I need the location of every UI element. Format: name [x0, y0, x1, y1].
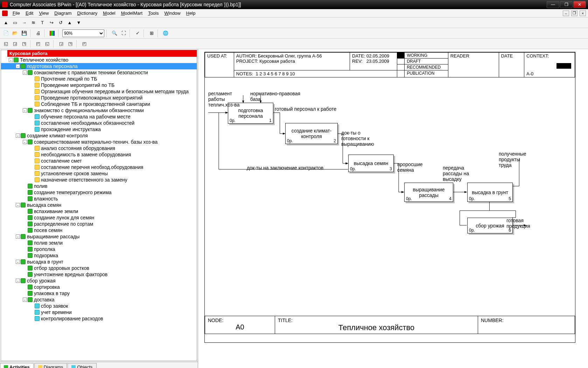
- tree-toggle-icon[interactable]: -: [16, 279, 20, 283]
- menu-file[interactable]: File: [10, 10, 23, 16]
- tree-toggle-icon[interactable]: -: [16, 134, 20, 138]
- menu-modelmart[interactable]: ModelMart: [118, 10, 145, 16]
- zoom-in-button[interactable]: 🔍: [111, 29, 118, 37]
- tab-activities[interactable]: Activities: [0, 363, 34, 368]
- zoom-fit-button[interactable]: ⛶: [120, 29, 127, 37]
- tree-item[interactable]: составление смет: [1, 158, 197, 164]
- mdi-minimize-button[interactable]: –: [563, 11, 569, 16]
- arrow-tool-button[interactable]: →: [20, 19, 28, 27]
- tree-toggle-icon[interactable]: -: [23, 140, 27, 144]
- globe-button[interactable]: 🌐: [162, 29, 169, 37]
- down-triangle-button[interactable]: ▼: [75, 19, 83, 27]
- tree-item[interactable]: сбор заявок: [1, 303, 197, 309]
- tree-item[interactable]: Соблюдение ТБ и производственной санитар…: [1, 101, 197, 107]
- tree-toggle-icon[interactable]: -: [23, 70, 27, 75]
- squiggle-tool-button[interactable]: ↪: [48, 19, 55, 27]
- activity-box-4[interactable]: выращивание рассады0р.4: [404, 183, 453, 202]
- tree-item[interactable]: необходимость в замене оборудования: [1, 151, 197, 158]
- minimize-button[interactable]: —: [547, 1, 559, 8]
- pointer-tool-button[interactable]: ▲: [2, 19, 10, 27]
- tree-item[interactable]: -высадка семян: [1, 202, 197, 208]
- tree-item[interactable]: отбор здоровых ростков: [1, 265, 197, 271]
- tunnel-tool-button[interactable]: ≋: [29, 19, 37, 27]
- tree-item[interactable]: -знакомство с функциональными обязанност…: [1, 107, 197, 114]
- tree-item[interactable]: создание лунок для семян: [1, 214, 197, 221]
- color-button[interactable]: [48, 29, 56, 37]
- close-button[interactable]: ✕: [573, 1, 586, 8]
- tree-toggle-icon[interactable]: -: [16, 203, 20, 207]
- tree-item[interactable]: Проведение противопожарных мероприятий: [1, 95, 197, 101]
- open-file-button[interactable]: 📂: [11, 29, 19, 37]
- menu-edit[interactable]: Edit: [23, 10, 36, 16]
- tree-toggle-icon[interactable]: -: [16, 64, 20, 68]
- tree-toggle-icon[interactable]: -: [23, 298, 27, 302]
- tree-item[interactable]: составление перечня необход.оборудования: [1, 164, 197, 170]
- tree-item[interactable]: прохождение инструктажа: [1, 126, 197, 132]
- tree-item[interactable]: -ознакомление с правилами техники безопа…: [1, 69, 197, 76]
- new-file-button[interactable]: 📄: [2, 29, 10, 37]
- activity-box-6[interactable]: сбор урожая0р.6: [467, 218, 513, 233]
- activity-box-3[interactable]: высадка семян0р.3: [348, 155, 394, 172]
- mm-btn-5[interactable]: ◱: [43, 40, 51, 48]
- tree-item[interactable]: -выращивание рассады: [1, 233, 197, 240]
- mdi-close-button[interactable]: ×: [580, 11, 586, 16]
- tree-item[interactable]: назначение ответственного за замену: [1, 177, 197, 183]
- tree-item[interactable]: Проведение мероприятий по ТБ: [1, 82, 197, 88]
- tree-item[interactable]: анализ состояния оборудования: [1, 145, 197, 151]
- tree-item[interactable]: учет времени: [1, 309, 197, 315]
- tree-item[interactable]: -доставка: [1, 297, 197, 303]
- mm-btn-2[interactable]: ◲: [11, 40, 19, 48]
- tree-item[interactable]: -сбор урожая: [1, 278, 197, 284]
- menu-tools[interactable]: Tools: [145, 10, 161, 16]
- redo-arrow-button[interactable]: ↺: [57, 19, 64, 27]
- mdi-restore-button[interactable]: ❐: [571, 11, 578, 16]
- tree-item[interactable]: распределение по сортам: [1, 221, 197, 227]
- diagram-body[interactable]: подготовка персонала0р.1создание климат-…: [205, 77, 575, 316]
- tree-item[interactable]: посев семян: [1, 227, 197, 233]
- mm-btn-7[interactable]: ◳: [66, 40, 74, 48]
- tree-item[interactable]: упаковка в тару: [1, 290, 197, 297]
- menu-window[interactable]: Window: [161, 10, 183, 16]
- hierarchy-button[interactable]: ⊞: [148, 29, 155, 37]
- tree-toggle-icon[interactable]: -: [16, 260, 20, 264]
- tree-item[interactable]: уничтожение вредных факторов: [1, 271, 197, 278]
- tree-item[interactable]: Организация обучения передовым и безопас…: [1, 88, 197, 95]
- tree-item[interactable]: -Тепличное хозяйство: [1, 57, 197, 63]
- menu-model[interactable]: Model: [100, 10, 118, 16]
- tree-item[interactable]: вспахивание земли: [1, 208, 197, 214]
- mm-btn-1[interactable]: ◱: [2, 40, 10, 48]
- save-file-button[interactable]: 💾: [20, 29, 28, 37]
- print-button[interactable]: 🖨: [34, 29, 42, 37]
- menu-dictionary[interactable]: Dictionary: [74, 10, 100, 16]
- menu-diagram[interactable]: Diagram: [51, 10, 74, 16]
- box-tool-button[interactable]: ▭: [11, 19, 19, 27]
- tree-root[interactable]: Курсовая работа: [7, 50, 197, 57]
- maximize-button[interactable]: ❐: [560, 1, 573, 8]
- tree-item[interactable]: -совершенствование материально-технич. б…: [1, 139, 197, 145]
- tree-item[interactable]: контролирование расходов: [1, 315, 197, 322]
- tab-diagrams[interactable]: Diagrams: [34, 363, 67, 368]
- mm-btn-3[interactable]: ◳: [20, 40, 28, 48]
- tree-item[interactable]: обучение персонала на рабочем месте: [1, 114, 197, 120]
- mm-btn-8[interactable]: ◰: [80, 40, 88, 48]
- tree-item[interactable]: -подготовка персонала: [1, 63, 197, 69]
- tree-item[interactable]: -создание климат-контроля: [1, 132, 197, 139]
- tree-toggle-icon[interactable]: -: [23, 108, 27, 113]
- tree-item[interactable]: полив земли: [1, 240, 197, 246]
- tree-item[interactable]: создание температурного режима: [1, 189, 197, 196]
- tree-item[interactable]: установление сроков замены: [1, 170, 197, 177]
- tree-toggle-icon[interactable]: -: [16, 234, 20, 239]
- tree-item[interactable]: прополка: [1, 246, 197, 252]
- check-button[interactable]: ✓: [134, 29, 141, 37]
- tab-objects[interactable]: Objects: [68, 363, 96, 368]
- text-tool-button[interactable]: T: [38, 19, 46, 27]
- tree-scroll[interactable]: Курсовая работа -Тепличное хозяйство-под…: [1, 50, 197, 361]
- tree-toggle-icon[interactable]: -: [9, 58, 13, 62]
- tree-item[interactable]: составление необходимых обязанностей: [1, 120, 197, 126]
- mm-btn-6[interactable]: ◲: [57, 40, 65, 48]
- activity-box-5[interactable]: высадка в грунт0р.5: [467, 183, 513, 202]
- menu-help[interactable]: Help: [183, 10, 198, 16]
- tree-item[interactable]: сортировка: [1, 284, 197, 290]
- tree-item[interactable]: влажность: [1, 196, 197, 202]
- tree-item[interactable]: полив: [1, 183, 197, 189]
